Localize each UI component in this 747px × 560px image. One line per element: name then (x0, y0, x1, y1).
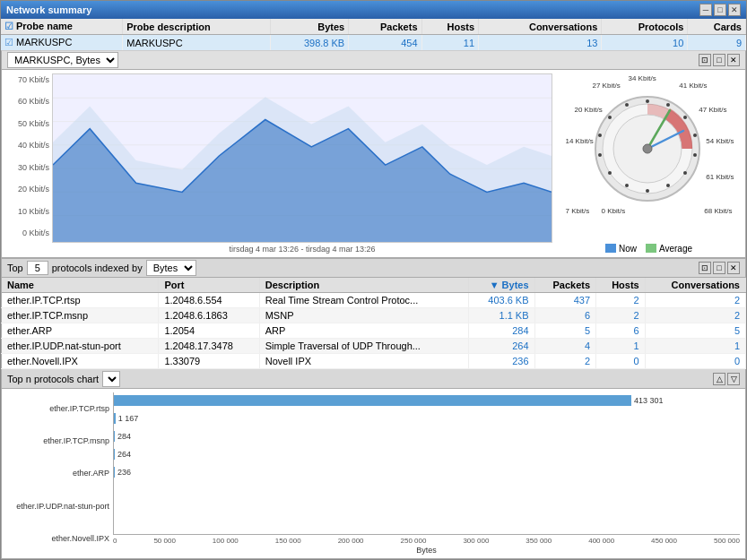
bar-fill (114, 431, 115, 442)
line-chart-svg (53, 74, 552, 242)
proto-port: 1.2054 (159, 323, 259, 339)
x-label: 350 000 (526, 537, 552, 545)
bar-label: ether.IP.UDP.nat-stun-port (7, 502, 109, 511)
bar-chart-expand-button[interactable]: △ (713, 373, 725, 385)
proto-conversations: 1 (645, 339, 745, 354)
bar-fill (114, 413, 116, 424)
bar-chart-dropdown[interactable]: ▼ (102, 371, 120, 387)
proto-hosts: 2 (596, 308, 646, 323)
protocol-row[interactable]: ether.Novell.IPX 1.33079 Novell IPX 236 … (2, 354, 746, 369)
proto-port: 1.33079 (159, 354, 259, 369)
probe-checkbox[interactable]: ☑ (4, 37, 13, 47)
bar-chart-title: Top n protocols chart (7, 374, 99, 384)
y-label-2: 20 Kbit/s (5, 185, 49, 194)
maximize-button[interactable]: □ (714, 4, 726, 16)
proto-port: 1.2048.6.554 (159, 293, 259, 308)
probe-description-cell: MARKUSPC (123, 35, 271, 51)
svg-point-20 (598, 153, 602, 157)
bar-chart-collapse-button[interactable]: ▽ (727, 373, 740, 385)
gauge-label-0: 0 Kbit/s (602, 207, 626, 215)
chart-close-button[interactable]: ✕ (727, 54, 740, 66)
chart-section: 70 Kbit/s 60 Kbit/s 50 Kbit/s 40 Kbit/s … (1, 70, 746, 258)
probe-table: ☑Probe name Probe description Bytes Pack… (1, 19, 746, 50)
proto-bytes: 403.6 KB (469, 293, 534, 308)
probe-conversations-cell: 13 (479, 35, 602, 51)
protocol-row[interactable]: ether.ARP 1.2054 ARP 284 5 6 5 (2, 323, 746, 339)
protocols-maximize-button[interactable]: □ (713, 262, 725, 274)
title-bar-controls: ─ □ ✕ (699, 4, 741, 16)
chart-time-label: tirsdag 4 mar 13:26 - tirsdag 4 mar 13:2… (52, 245, 552, 254)
y-label-5: 50 Kbit/s (5, 119, 49, 128)
proto-packets: 6 (534, 308, 596, 323)
chart-section-controls: ⊡ □ ✕ (699, 54, 740, 66)
probe-row[interactable]: ☑MARKUSPC MARKUSPC 398.8 KB 454 11 13 10… (1, 35, 746, 51)
svg-point-10 (646, 99, 649, 103)
proto-bytes: 284 (469, 323, 534, 339)
proto-desc: Simple Traversal of UDP Through... (259, 339, 469, 354)
bar-fill (114, 395, 631, 406)
chart-maximize-button[interactable]: □ (713, 54, 725, 66)
gauge-label-41: 41 Kbit/s (679, 82, 707, 90)
proto-col-packets[interactable]: Packets (534, 278, 596, 293)
bar-fill (114, 449, 115, 460)
protocols-close-button[interactable]: ✕ (727, 262, 740, 274)
bar-chart-area: ether.IP.TCP.rtspether.IP.TCP.msnpether.… (1, 389, 746, 559)
chart-lock-button[interactable]: ⊡ (699, 54, 711, 66)
proto-hosts: 1 (596, 339, 646, 354)
gauge-label-54: 54 Kbit/s (706, 137, 734, 145)
gauge-label-7: 7 Kbit/s (566, 207, 590, 215)
legend-average-box (646, 244, 656, 253)
checkbox-icon[interactable]: ☑ (4, 21, 13, 31)
proto-bytes: 1.1 KB (469, 308, 534, 323)
proto-name: ether.IP.TCP.rtsp (2, 293, 159, 308)
gauge-label-27: 27 Kbit/s (593, 82, 621, 90)
proto-name: ether.ARP (2, 323, 159, 339)
chart-source-dropdown[interactable]: MARKUSPC, Bytes (7, 52, 118, 68)
x-label: 500 000 (714, 537, 740, 545)
bar-label: ether.ARP (7, 469, 109, 478)
proto-bytes: 264 (469, 339, 534, 354)
bar-chart-header-left: Top n protocols chart ▼ (7, 371, 120, 387)
proto-packets: 2 (534, 354, 596, 369)
x-label: 200 000 (338, 537, 364, 545)
line-chart-canvas (52, 73, 552, 243)
gauge-svg (589, 90, 706, 207)
proto-col-bytes[interactable]: ▼ Bytes (469, 278, 534, 293)
bar-chart-y-labels: ether.IP.TCP.rtspether.IP.TCP.msnpether.… (7, 392, 113, 555)
col-probe-name: ☑Probe name (1, 19, 123, 35)
legend-now: Now (605, 244, 637, 254)
proto-packets: 437 (534, 293, 596, 308)
proto-col-conversations[interactable]: Conversations (645, 278, 745, 293)
bar-label: ether.IP.TCP.rtsp (7, 404, 109, 413)
proto-conversations: 2 (645, 293, 745, 308)
protocol-row[interactable]: ether.IP.TCP.rtsp 1.2048.6.554 Real Time… (2, 293, 746, 308)
legend-average: Average (646, 244, 692, 254)
minimize-button[interactable]: ─ (699, 4, 712, 16)
proto-col-name[interactable]: Name (2, 278, 159, 293)
close-button[interactable]: ✕ (728, 4, 741, 16)
proto-packets: 4 (534, 339, 596, 354)
bar-fill (114, 467, 115, 478)
proto-col-port[interactable]: Port (159, 278, 259, 293)
gauge-section: 14 Kbit/s 20 Kbit/s 27 Kbit/s 34 Kbit/s … (552, 70, 745, 257)
proto-col-hosts[interactable]: Hosts (596, 278, 646, 293)
probe-bytes-cell: 398.8 KB (271, 35, 349, 51)
protocol-row[interactable]: ether.IP.TCP.msnp 1.2048.6.1863 MSNP 1.1… (2, 308, 746, 323)
window-title: Network summary (6, 4, 91, 15)
title-bar: Network summary ─ □ ✕ (1, 1, 746, 19)
protocol-row[interactable]: ether.IP.UDP.nat-stun-port 1.2048.17.347… (2, 339, 746, 354)
bar-value: 413 301 (634, 396, 664, 405)
bar-row: 413 301 (114, 392, 740, 409)
protocols-lock-button[interactable]: ⊡ (699, 262, 711, 274)
svg-point-14 (693, 153, 697, 157)
col-conversations: Conversations (479, 19, 602, 35)
proto-conversations: 0 (645, 354, 745, 369)
x-axis-title: Bytes (113, 546, 740, 555)
protocols-section-header: Top protocols indexed by Bytes ⊡ □ ✕ (1, 258, 746, 278)
proto-col-desc[interactable]: Description (259, 278, 469, 293)
top-n-input[interactable] (27, 261, 48, 275)
x-axis-labels: 050 000100 000150 000200 000250 000300 0… (113, 537, 740, 545)
protocols-sort-dropdown[interactable]: Bytes (146, 260, 196, 276)
protocols-table: Name Port Description ▼ Bytes Packets Ho… (1, 278, 746, 369)
svg-point-17 (646, 189, 649, 193)
